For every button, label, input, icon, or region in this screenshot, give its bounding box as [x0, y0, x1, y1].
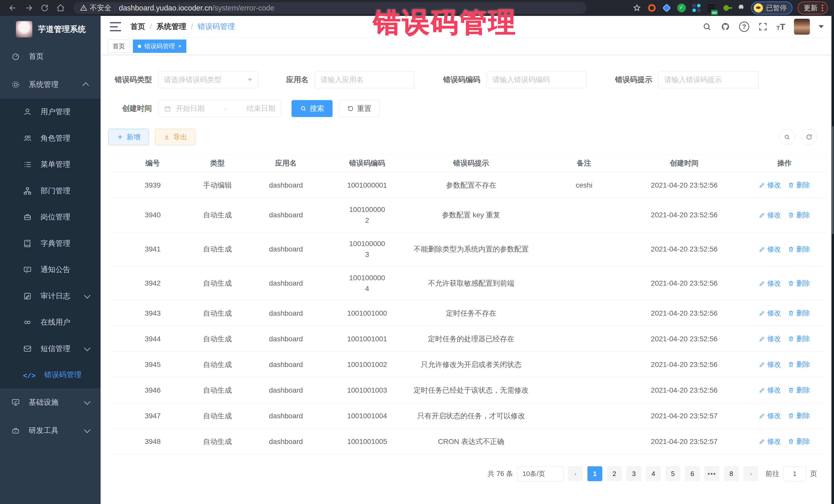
sidebar-item-用户管理[interactable]: 用户管理 [0, 99, 101, 125]
collapse-sidebar-icon[interactable] [110, 22, 121, 31]
tab-home[interactable]: 首页 [108, 40, 130, 53]
cell-created: 2021-04-20 23:52:56 [626, 304, 743, 322]
search-icon[interactable] [702, 22, 712, 31]
sidebar-item-字典管理[interactable]: 字典管理 [0, 231, 101, 257]
tab-error-code[interactable]: 错误码管理 × [133, 40, 186, 53]
user-avatar[interactable] [794, 19, 810, 35]
sidebar-item-研发工具[interactable]: 研发工具 [0, 416, 101, 445]
sidebar-item-岗位管理[interactable]: 岗位管理 [0, 204, 101, 231]
app-name-input[interactable]: 请输入应用名 [314, 71, 415, 88]
edit-link[interactable]: 修改 [759, 359, 781, 370]
delete-link[interactable]: 删除 [788, 334, 810, 344]
github-icon[interactable] [721, 22, 730, 31]
browser-profile-chip[interactable]: 已暂停 [751, 2, 792, 14]
app-logo[interactable]: 芋道管理系统 [0, 16, 101, 42]
reset-button[interactable]: 重置 [339, 100, 380, 117]
browser-forward-icon[interactable] [22, 1, 36, 15]
sidebar-item-通知公告[interactable]: 通知公告 [0, 257, 101, 283]
url-path: /system/error-code [212, 4, 274, 12]
sidebar-item-角色管理[interactable]: 角色管理 [0, 125, 101, 152]
cell-hint: 只允许修改为开启或者关闭状态 [400, 356, 542, 374]
fullscreen-icon[interactable] [758, 22, 768, 31]
edit-link[interactable]: 修改 [759, 334, 781, 344]
delete-link[interactable]: 删除 [788, 359, 810, 370]
font-size-icon[interactable]: TT [776, 22, 785, 32]
edit-link[interactable]: 修改 [759, 411, 781, 421]
create-time-range-input[interactable]: 开始日期 - 结束日期 [158, 100, 281, 117]
next-page-button[interactable]: › [743, 466, 758, 481]
page-button-3[interactable]: 3 [627, 466, 641, 481]
close-icon[interactable]: × [178, 43, 181, 49]
cell-app: dashboard [238, 356, 334, 374]
delete-link[interactable]: 删除 [788, 210, 810, 220]
delete-link[interactable]: 删除 [788, 308, 810, 319]
delete-link[interactable]: 删除 [788, 278, 810, 289]
scrollbar[interactable] [831, 16, 834, 504]
edit-link[interactable]: 修改 [759, 180, 781, 191]
error-code-input[interactable]: 请输入错误码编码 [486, 71, 587, 88]
export-button[interactable]: 导出 [155, 129, 196, 145]
delete-link[interactable]: 删除 [788, 385, 810, 395]
security-chip[interactable]: 不安全 [80, 3, 111, 13]
refresh-table-button[interactable] [801, 129, 817, 145]
scrollbar-thumb[interactable] [832, 126, 833, 234]
page-button-6[interactable]: 6 [685, 466, 700, 481]
sidebar-item-系统管理[interactable]: 系统管理 [0, 70, 101, 99]
ext-gem-icon[interactable] [662, 3, 672, 13]
page-more-button[interactable]: ••• [704, 466, 719, 481]
browser-reload-icon[interactable] [38, 1, 51, 15]
browser-home-icon[interactable] [54, 1, 67, 15]
delete-link[interactable]: 删除 [788, 244, 810, 255]
edit-link[interactable]: 修改 [759, 436, 781, 447]
page-button-5[interactable]: 5 [665, 466, 680, 481]
edit-link[interactable]: 修改 [759, 278, 781, 289]
show-search-button[interactable] [779, 129, 795, 145]
bookmark-star-icon[interactable] [632, 3, 642, 13]
ext-orange-icon[interactable] [647, 3, 657, 13]
edit-link[interactable]: 修改 [759, 308, 781, 319]
delete-link[interactable]: 删除 [788, 180, 810, 191]
browser-update-button[interactable]: 更新 [797, 2, 828, 14]
browser-back-icon[interactable] [6, 1, 20, 15]
extensions-puzzle-icon[interactable] [736, 3, 746, 13]
sidebar-item-菜单管理[interactable]: 菜单管理 [0, 151, 101, 178]
edit-link[interactable]: 修改 [759, 210, 781, 220]
ext-grid-icon[interactable] [692, 3, 701, 13]
breadcrumb-home[interactable]: 首页 [130, 22, 145, 32]
sidebar-item-审计日志[interactable]: 审计日志 [0, 283, 101, 309]
sidebar-item-短信管理[interactable]: 短信管理 [0, 336, 101, 362]
profile-avatar [754, 3, 763, 13]
ext-key-icon[interactable] [721, 3, 731, 13]
goto-page-input[interactable]: 1 [783, 466, 807, 481]
page-button-8[interactable]: 8 [724, 466, 739, 481]
ext-list-on-icon[interactable]: on [706, 3, 716, 13]
delete-link[interactable]: 删除 [788, 411, 810, 421]
page-button-2[interactable]: 2 [607, 466, 622, 481]
cell-code: 1001001003 [334, 381, 400, 399]
error-hint-input[interactable]: 请输入错误码提示 [658, 71, 759, 88]
help-icon[interactable]: ? [739, 22, 749, 32]
sidebar-item-错误码管理[interactable]: </>错误码管理 [0, 362, 101, 388]
sidebar-item-基础设施[interactable]: 基础设施 [0, 388, 101, 416]
delete-link[interactable]: 删除 [788, 436, 810, 447]
ext-green-icon[interactable] [677, 3, 686, 13]
page-button-1[interactable]: 1 [587, 466, 602, 481]
edit-link[interactable]: 修改 [759, 385, 781, 395]
page-button-4[interactable]: 4 [646, 466, 661, 481]
cell-actions: 修改删除 [743, 240, 826, 258]
edit-link[interactable]: 修改 [759, 244, 781, 255]
sidebar-item-在线用户[interactable]: 在线用户 [0, 309, 101, 336]
search-button[interactable]: 搜索 [291, 100, 333, 117]
sidebar-item-首页[interactable]: 首页 [0, 42, 101, 70]
breadcrumb-system[interactable]: 系统管理 [156, 22, 186, 32]
add-button[interactable]: 新增 [108, 129, 149, 145]
page-size-select[interactable]: 10条/页 [518, 466, 563, 481]
chevron-down-icon[interactable] [819, 25, 824, 28]
sidebar-item-部门管理[interactable]: 部门管理 [0, 178, 101, 204]
browser-menu-icon[interactable] [822, 5, 823, 11]
prev-page-button[interactable]: ‹ [568, 466, 583, 481]
error-type-select[interactable]: 请选择错误码类型 [158, 71, 258, 88]
cell-created: 2021-04-20 23:52:56 [626, 356, 743, 374]
address-bar[interactable]: 不安全 dashboard.yudao.iocoder.cn/system/er… [73, 2, 587, 14]
cell-id: 3943 [108, 304, 197, 322]
